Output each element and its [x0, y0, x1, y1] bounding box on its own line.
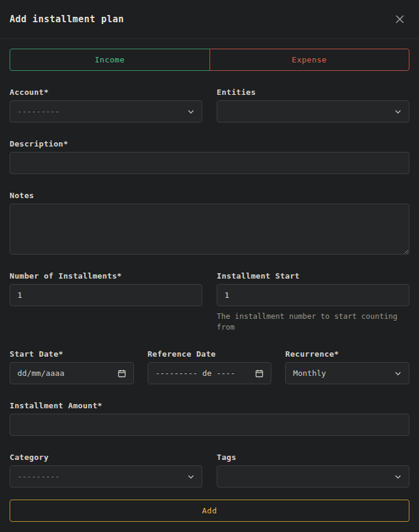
- transaction-type-toggle: Income Expense: [10, 49, 409, 71]
- income-tab[interactable]: Income: [10, 49, 210, 71]
- installment-amount-label: Installment Amount*: [10, 401, 409, 410]
- installment-start-help-text: The installment number to start counting…: [217, 311, 409, 333]
- account-field: Account* ---------: [10, 88, 202, 122]
- notes-field: Notes: [10, 191, 409, 255]
- entities-field: Entities: [217, 88, 409, 122]
- entities-label: Entities: [217, 88, 409, 97]
- notes-label: Notes: [10, 191, 409, 200]
- close-icon: [394, 14, 405, 25]
- category-select[interactable]: ---------: [10, 465, 202, 488]
- expense-tab[interactable]: Expense: [210, 49, 410, 71]
- tags-select[interactable]: [217, 465, 409, 488]
- recurrence-select[interactable]: Monthly: [285, 362, 409, 384]
- number-of-installments-input[interactable]: [10, 284, 202, 306]
- description-input[interactable]: [10, 152, 409, 174]
- chevron-down-icon: [394, 108, 402, 115]
- start-date-placeholder: dd/mm/aaaa: [17, 369, 113, 378]
- tags-field: Tags: [217, 453, 409, 488]
- chevron-down-icon: [394, 473, 402, 480]
- chevron-down-icon: [394, 370, 402, 377]
- installment-start-input[interactable]: [217, 284, 409, 306]
- add-installment-plan-modal: Add installment plan Income Expense Acco…: [0, 0, 419, 532]
- tags-label: Tags: [217, 453, 409, 462]
- description-field: Description*: [10, 139, 409, 174]
- recurrence-field: Recurrence* Monthly: [285, 349, 409, 384]
- installment-start-label: Installment Start: [217, 271, 409, 280]
- modal-header: Add installment plan: [0, 0, 419, 39]
- category-label: Category: [10, 453, 202, 462]
- account-label: Account*: [10, 88, 202, 97]
- reference-date-field: Reference Date --------- de ----: [148, 349, 272, 384]
- start-date-field: Start Date* dd/mm/aaaa: [10, 349, 134, 384]
- description-label: Description*: [10, 139, 409, 148]
- start-date-label: Start Date*: [10, 349, 134, 358]
- category-field: Category ---------: [10, 453, 202, 488]
- add-button[interactable]: Add: [10, 500, 409, 522]
- recurrence-label: Recurrence*: [285, 349, 409, 358]
- chevron-down-icon: [187, 473, 194, 480]
- category-select-value: ---------: [17, 472, 182, 481]
- recurrence-select-value: Monthly: [293, 369, 390, 378]
- account-select-value: ---------: [17, 107, 182, 116]
- chevron-down-icon: [187, 108, 194, 115]
- modal-title: Add installment plan: [10, 14, 124, 25]
- calendar-icon[interactable]: [118, 369, 126, 378]
- start-date-input[interactable]: dd/mm/aaaa: [10, 362, 134, 384]
- entities-select[interactable]: [217, 100, 409, 122]
- reference-date-input[interactable]: --------- de ----: [148, 362, 272, 384]
- number-of-installments-field: Number of Installments*: [10, 271, 202, 333]
- installment-amount-field: Installment Amount*: [10, 401, 409, 436]
- notes-textarea[interactable]: [10, 204, 409, 255]
- installment-start-field: Installment Start The installment number…: [217, 271, 409, 333]
- account-select[interactable]: ---------: [10, 100, 202, 122]
- calendar-icon[interactable]: [255, 369, 264, 378]
- close-button[interactable]: [391, 11, 408, 28]
- reference-date-label: Reference Date: [148, 349, 272, 358]
- modal-body: Income Expense Account* --------- Entiti…: [0, 39, 419, 532]
- installment-amount-input[interactable]: [10, 414, 409, 436]
- number-of-installments-label: Number of Installments*: [10, 271, 202, 280]
- reference-date-placeholder: --------- de ----: [155, 369, 251, 378]
